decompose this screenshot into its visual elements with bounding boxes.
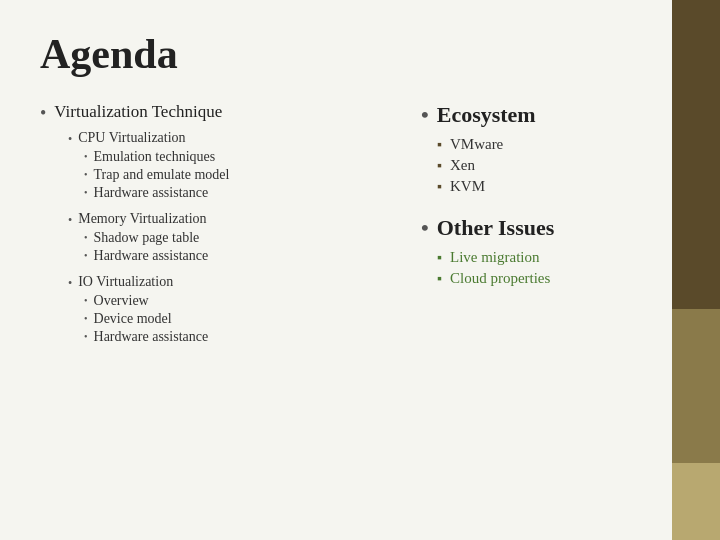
hw-io-label: Hardware assistance [94,329,209,345]
bullet-dot-1: • [40,103,46,124]
emulation-label: Emulation techniques [94,149,216,165]
bullet-dot-trap: • [84,169,88,180]
sidebar-decoration [672,0,720,540]
other-issues-title-text: Other Issues [437,215,555,241]
other-issues-bullet: • [421,215,429,241]
bullet-dot-io: • [68,276,72,291]
list-item-hw-cpu: • Hardware assistance [84,185,381,201]
sq-bullet-cloud: ▪ [437,271,442,287]
live-migration-label: Live migration [450,249,540,266]
list-item-virt-technique: • Virtualization Technique [40,102,381,124]
device-label: Device model [94,311,172,327]
other-cloud-properties: ▪ Cloud properties [437,270,700,287]
io-virt-label: IO Virtualization [78,274,173,290]
overview-label: Overview [94,293,149,309]
deco-block-3 [672,463,720,540]
deco-block-2 [672,309,720,463]
list-item-emulation: • Emulation techniques [84,149,381,165]
kvm-label: KVM [450,178,485,195]
two-column-layout: • Virtualization Technique • CPU Virtual… [40,102,700,510]
sq-bullet-vmware: ▪ [437,137,442,153]
list-item-trap: • Trap and emulate model [84,167,381,183]
slide: Agenda • Virtualization Technique • CPU … [0,0,720,540]
virt-technique-label: Virtualization Technique [54,102,222,122]
left-column: • Virtualization Technique • CPU Virtual… [40,102,381,510]
bullet-dot-hw-cpu: • [84,187,88,198]
sq-bullet-live: ▪ [437,250,442,266]
hw-mem-label: Hardware assistance [94,248,209,264]
bullet-dot-cpu: • [68,132,72,147]
hw-cpu-label: Hardware assistance [94,185,209,201]
right-column: • Ecosystem ▪ VMware ▪ Xen ▪ KVM • [401,102,700,510]
memory-virt-label: Memory Virtualization [78,211,206,227]
vmware-label: VMware [450,136,503,153]
bullet-dot-shadow: • [84,232,88,243]
bullet-dot-hw-mem: • [84,250,88,261]
list-item-device: • Device model [84,311,381,327]
list-item-io-virt: • IO Virtualization [68,274,381,291]
list-item-hw-mem: • Hardware assistance [84,248,381,264]
shadow-label: Shadow page table [94,230,200,246]
list-item-memory-virt: • Memory Virtualization [68,211,381,228]
ecosystem-heading: • Ecosystem [421,102,700,128]
ecosystem-xen: ▪ Xen [437,157,700,174]
bullet-dot-hw-io: • [84,331,88,342]
ecosystem-kvm: ▪ KVM [437,178,700,195]
cloud-properties-label: Cloud properties [450,270,550,287]
slide-title: Agenda [40,30,700,78]
bullet-dot-mem: • [68,213,72,228]
ecosystem-title-text: Ecosystem [437,102,536,128]
sq-bullet-kvm: ▪ [437,179,442,195]
other-issues-heading: • Other Issues [421,215,700,241]
list-item-hw-io: • Hardware assistance [84,329,381,345]
xen-label: Xen [450,157,475,174]
ecosystem-vmware: ▪ VMware [437,136,700,153]
other-live-migration: ▪ Live migration [437,249,700,266]
bullet-dot-overview: • [84,295,88,306]
ecosystem-bullet: • [421,102,429,128]
content-area: Agenda • Virtualization Technique • CPU … [40,30,700,510]
bullet-dot-device: • [84,313,88,324]
list-item-shadow: • Shadow page table [84,230,381,246]
trap-label: Trap and emulate model [94,167,230,183]
cpu-virt-label: CPU Virtualization [78,130,185,146]
list-item-overview: • Overview [84,293,381,309]
sq-bullet-xen: ▪ [437,158,442,174]
list-item-cpu-virt: • CPU Virtualization [68,130,381,147]
bullet-dot-emulation: • [84,151,88,162]
deco-block-1 [672,0,720,309]
